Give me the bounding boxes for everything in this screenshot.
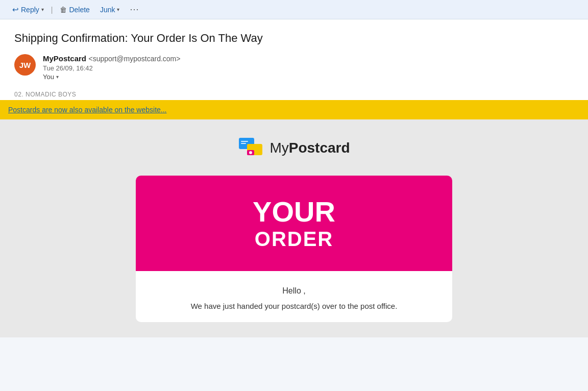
reply-label: Reply	[21, 6, 39, 14]
avatar: JW	[14, 54, 36, 76]
brand-header: MyPostcard	[238, 135, 350, 161]
more-icon: ···	[130, 4, 139, 15]
email-body: MyPostcard YOUR ORDER Hello , We have ju…	[0, 119, 588, 337]
toolbar: ↩ Reply ▾ | 🗑 Delete Junk ▾ ···	[0, 0, 588, 19]
svg-point-5	[249, 151, 252, 154]
more-button[interactable]: ···	[126, 2, 143, 17]
category-label: 02. NOMADIC BOYS	[14, 87, 574, 100]
reply-dropdown-icon[interactable]: ▾	[41, 7, 44, 12]
svg-rect-2	[241, 143, 246, 144]
sender-email: <support@mypostcard.com>	[88, 55, 180, 63]
brand-name: MyPostcard	[270, 140, 350, 156]
hello-greeting: Hello ,	[156, 286, 432, 296]
promo-link[interactable]: Postcards are now also available on the …	[8, 106, 167, 114]
sender-name-row: MyPostcard <support@mypostcard.com>	[43, 54, 180, 63]
delete-button[interactable]: 🗑 Delete	[56, 4, 93, 16]
sender-name: MyPostcard	[43, 54, 86, 63]
order-card: YOUR ORDER Hello , We have just handed y…	[136, 176, 452, 322]
order-content: Hello , We have just handed your postcar…	[136, 271, 452, 323]
delete-icon: 🗑	[60, 6, 67, 14]
brand-logo-icon	[238, 135, 264, 161]
body-text: We have just handed your postcard(s) ove…	[156, 301, 432, 312]
brand-name-bold: Postcard	[289, 140, 350, 156]
reply-icon: ↩	[12, 5, 19, 14]
sender-date: Tue 26/09, 16:42	[43, 64, 180, 72]
junk-button[interactable]: Junk ▾	[96, 4, 124, 16]
junk-label: Junk	[100, 6, 115, 14]
promo-banner: Postcards are now also available on the …	[0, 100, 588, 119]
svg-rect-1	[241, 141, 248, 142]
brand-name-regular: My	[270, 140, 288, 156]
email-subject: Shipping Confirmation: Your Order Is On …	[14, 32, 574, 45]
sender-row: JW MyPostcard <support@mypostcard.com> T…	[14, 54, 574, 81]
order-banner-order: ORDER	[146, 228, 442, 251]
toolbar-divider-1: |	[51, 6, 53, 14]
order-banner: YOUR ORDER	[136, 176, 452, 271]
email-container: Shipping Confirmation: Your Order Is On …	[0, 19, 588, 337]
delete-label: Delete	[69, 6, 89, 14]
sender-info: MyPostcard <support@mypostcard.com> Tue …	[43, 54, 180, 81]
order-banner-your: YOUR	[146, 196, 442, 228]
reply-button[interactable]: ↩ Reply ▾	[8, 3, 48, 16]
recipient-label: You	[43, 73, 54, 81]
recipient-expand-icon[interactable]: ▾	[56, 74, 59, 80]
recipient-row: You ▾	[43, 73, 180, 81]
junk-dropdown-icon[interactable]: ▾	[117, 7, 119, 12]
